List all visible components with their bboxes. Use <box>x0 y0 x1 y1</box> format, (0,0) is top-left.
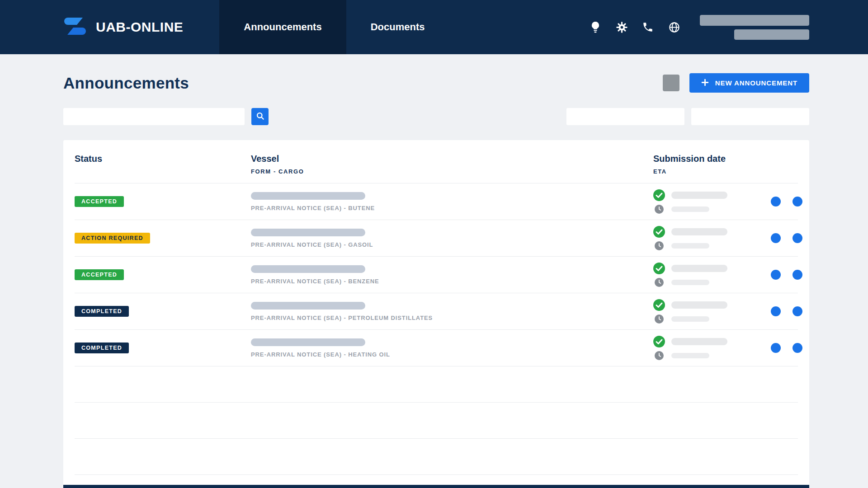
brand-logo-icon <box>63 16 87 38</box>
table-header-row: Status Vessel FORM - CARGO Submission da… <box>75 140 798 183</box>
form-cargo-label: PRE-ARRIVAL NOTICE (SEA) - GASOIL <box>251 241 653 248</box>
user-info-placeholder[interactable] <box>700 15 809 40</box>
table-row[interactable]: ACCEPTED PRE-ARRIVAL NOTICE (SEA) - BENZ… <box>75 257 798 293</box>
vessel-name-placeholder <box>251 229 365 236</box>
submitted-check-icon <box>653 226 665 238</box>
eta-clock-icon <box>655 241 664 250</box>
search-icon <box>256 112 264 122</box>
globe-icon[interactable] <box>667 20 681 34</box>
status-cell: ACCEPTED <box>75 269 251 280</box>
phone-icon[interactable] <box>641 20 655 34</box>
submission-date-cell <box>653 299 771 324</box>
new-announcement-label: NEW ANNOUNCEMENT <box>715 79 797 87</box>
submission-date-cell <box>653 189 771 214</box>
row-actions <box>771 270 802 280</box>
nav-item-announcements[interactable]: Announcements <box>219 0 346 54</box>
row-action-button-1[interactable] <box>771 197 781 206</box>
row-action-button-2[interactable] <box>793 270 802 280</box>
row-action-button-1[interactable] <box>771 233 781 243</box>
plus-icon <box>701 79 709 88</box>
eta-clock-icon <box>655 351 664 360</box>
table-row[interactable]: COMPLETED PRE-ARRIVAL NOTICE (SEA) - PET… <box>75 293 798 330</box>
submission-date-placeholder <box>671 192 727 199</box>
main-content: Announcements NEW ANNOUNCEMENT <box>0 54 809 488</box>
status-cell: COMPLETED <box>75 343 251 353</box>
table-row[interactable]: COMPLETED PRE-ARRIVAL NOTICE (SEA) - HEA… <box>75 330 798 366</box>
filter-select-1[interactable] <box>566 108 684 125</box>
row-action-button-2[interactable] <box>793 306 802 316</box>
user-name-placeholder <box>700 15 809 26</box>
search-button[interactable] <box>251 108 269 125</box>
header-actions: NEW ANNOUNCEMENT <box>663 73 809 93</box>
vessel-cell: PRE-ARRIVAL NOTICE (SEA) - BENZENE <box>251 265 653 285</box>
status-badge: COMPLETED <box>75 343 129 353</box>
filter-row <box>63 108 809 125</box>
lightbulb-icon[interactable] <box>589 20 602 34</box>
brand-logo[interactable]: UAB-ONLINE <box>0 0 219 54</box>
row-action-button-1[interactable] <box>771 270 781 280</box>
form-cargo-label: PRE-ARRIVAL NOTICE (SEA) - HEATING OIL <box>251 351 653 358</box>
submission-date-column-header: Submission date <box>653 154 798 164</box>
submitted-check-icon <box>653 263 665 274</box>
status-cell: COMPLETED <box>75 306 251 317</box>
submitted-check-icon <box>653 336 665 347</box>
table-row-empty <box>75 366 798 403</box>
header-square-button[interactable] <box>663 75 679 91</box>
status-cell: ACCEPTED <box>75 196 251 207</box>
column-submission-date: Submission date ETA <box>653 154 798 175</box>
status-cell: ACTION REQUIRED <box>75 233 251 244</box>
eta-placeholder <box>671 316 709 322</box>
row-action-button-1[interactable] <box>771 343 781 353</box>
status-badge: ACCEPTED <box>75 196 124 207</box>
eta-placeholder <box>671 280 709 285</box>
vessel-cell: PRE-ARRIVAL NOTICE (SEA) - GASOIL <box>251 229 653 248</box>
nav-item-announcements-label: Announcements <box>244 21 321 33</box>
column-status: Status <box>75 154 251 175</box>
column-vessel: Vessel FORM - CARGO <box>251 154 653 175</box>
submission-date-cell <box>653 263 771 287</box>
navbar-right <box>589 0 868 54</box>
form-cargo-label: PRE-ARRIVAL NOTICE (SEA) - BENZENE <box>251 278 653 285</box>
eta-clock-icon <box>655 314 664 324</box>
table-row[interactable]: ACCEPTED PRE-ARRIVAL NOTICE (SEA) - BUTE… <box>75 183 798 220</box>
user-role-placeholder <box>734 29 809 40</box>
submission-date-placeholder <box>671 228 727 235</box>
gear-icon[interactable] <box>615 20 628 34</box>
vessel-cell: PRE-ARRIVAL NOTICE (SEA) - BUTENE <box>251 192 653 211</box>
footer-bar <box>63 485 809 488</box>
status-column-header: Status <box>75 154 251 164</box>
status-badge: ACCEPTED <box>75 269 124 280</box>
nav-item-documents[interactable]: Documents <box>346 0 449 54</box>
search-input[interactable] <box>63 108 245 125</box>
new-announcement-button[interactable]: NEW ANNOUNCEMENT <box>689 73 809 93</box>
eta-placeholder <box>671 206 709 212</box>
submission-date-placeholder <box>671 338 727 345</box>
row-actions <box>771 197 802 206</box>
table-row-empty <box>75 439 798 475</box>
form-cargo-column-header: FORM - CARGO <box>251 168 653 175</box>
vessel-name-placeholder <box>251 302 365 310</box>
page-title: Announcements <box>63 74 189 92</box>
submission-date-cell <box>653 226 771 250</box>
main-nav: Announcements Documents <box>219 0 449 54</box>
announcements-table-body: ACCEPTED PRE-ARRIVAL NOTICE (SEA) - BUTE… <box>75 183 798 488</box>
submitted-check-icon <box>653 299 665 311</box>
row-actions <box>771 343 802 353</box>
vessel-column-header: Vessel <box>251 154 653 164</box>
row-action-button-2[interactable] <box>793 197 802 206</box>
eta-column-header: ETA <box>653 168 798 175</box>
row-actions <box>771 233 802 243</box>
brand-name: UAB-ONLINE <box>96 19 183 35</box>
row-action-button-2[interactable] <box>793 343 802 353</box>
form-cargo-label: PRE-ARRIVAL NOTICE (SEA) - PETROLEUM DIS… <box>251 314 653 321</box>
row-action-button-1[interactable] <box>771 306 781 316</box>
vessel-cell: PRE-ARRIVAL NOTICE (SEA) - HEATING OIL <box>251 338 653 358</box>
row-actions <box>771 306 802 316</box>
row-action-button-2[interactable] <box>793 233 802 243</box>
vessel-cell: PRE-ARRIVAL NOTICE (SEA) - PETROLEUM DIS… <box>251 302 653 321</box>
status-badge: ACTION REQUIRED <box>75 233 150 244</box>
submission-date-placeholder <box>671 265 727 272</box>
top-navbar: UAB-ONLINE Announcements Documents <box>0 0 868 54</box>
table-row[interactable]: ACTION REQUIRED PRE-ARRIVAL NOTICE (SEA)… <box>75 220 798 257</box>
filter-select-2[interactable] <box>691 108 809 125</box>
